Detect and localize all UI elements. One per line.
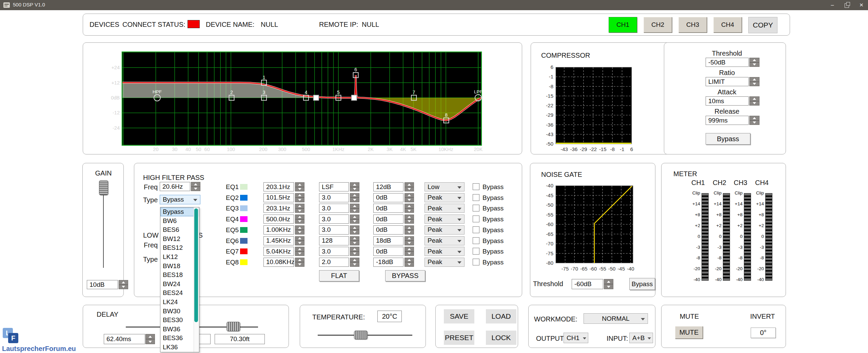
eq-qfact-field[interactable]: 3.0 xyxy=(319,225,349,235)
eq-qfact-stepper[interactable] xyxy=(350,204,359,213)
dropdown-option-bes24[interactable]: BES24 xyxy=(160,289,199,298)
load-button[interactable]: LOAD xyxy=(486,309,516,323)
eq-handle-filled[interactable] xyxy=(351,95,357,100)
dropdown-option-lk24[interactable]: LK24 xyxy=(160,298,199,307)
lock-button[interactable]: LOCK xyxy=(486,331,516,345)
eq-type-combobox[interactable]: Peak xyxy=(425,236,465,245)
eq-freq-field[interactable]: 101.5Hz xyxy=(263,193,294,202)
gain-slider-track[interactable] xyxy=(103,183,104,268)
dropdown-option-bw12[interactable]: BW12 xyxy=(160,235,199,244)
eq-freq-field[interactable]: 203.1Hz xyxy=(263,204,294,213)
eq-gain-field[interactable]: 0dB xyxy=(373,204,403,213)
eq-freq-stepper[interactable] xyxy=(295,193,304,202)
delay-ms-stepper[interactable] xyxy=(145,334,155,344)
eq-response-plot[interactable]: 12345678HPFLPF+24+120dB-12-2420304050601… xyxy=(83,43,521,154)
eq-handle-filled[interactable] xyxy=(313,95,319,100)
eq-gain-stepper[interactable] xyxy=(405,236,414,245)
eq-bypass-checkbox[interactable] xyxy=(473,226,479,233)
eq-qfact-stepper[interactable] xyxy=(350,215,359,224)
eq-qfact-field[interactable]: LSF xyxy=(319,182,349,191)
dropdown-option-bes12[interactable]: BES12 xyxy=(160,243,199,253)
eq-gain-field[interactable]: 0dB xyxy=(373,225,403,235)
ratio-stepper[interactable] xyxy=(749,77,760,86)
dropdown-option-bes36[interactable]: BES36 xyxy=(160,334,199,343)
delay-ft-field[interactable]: 70.30ft xyxy=(215,334,265,344)
eq-type-combobox[interactable]: Peak xyxy=(425,215,465,224)
eq-qfact-field[interactable]: 2.0 xyxy=(319,258,349,267)
dropdown-option-bes6[interactable]: BES6 xyxy=(160,225,199,235)
eq-freq-stepper[interactable] xyxy=(295,225,304,235)
dropdown-scrollbar-thumb[interactable] xyxy=(194,208,198,322)
eq-bypass-checkbox[interactable] xyxy=(473,183,479,190)
eq-qfact-field[interactable]: 3.0 xyxy=(319,247,349,256)
eq-freq-field[interactable]: 5.04KHz xyxy=(263,247,294,256)
invert-value-button[interactable]: 0° xyxy=(751,328,776,338)
eq-qfact-stepper[interactable] xyxy=(350,236,359,245)
eq-qfact-stepper[interactable] xyxy=(350,193,359,202)
eq-bypass-checkbox[interactable] xyxy=(473,205,479,211)
hpf-freq-field[interactable]: 20.6Hz xyxy=(160,182,190,191)
eq-gain-stepper[interactable] xyxy=(405,258,414,267)
eq-gain-stepper[interactable] xyxy=(405,225,414,235)
eq-gain-field[interactable]: 0dB xyxy=(373,193,403,202)
eq-type-combobox[interactable]: Peak xyxy=(425,204,465,213)
eq-qfact-stepper[interactable] xyxy=(350,258,359,267)
eq-flat-button[interactable]: FLAT xyxy=(319,270,359,281)
attack-stepper[interactable] xyxy=(749,96,760,106)
compressor-bypass-button[interactable]: Bypass xyxy=(706,133,750,145)
eq-freq-stepper[interactable] xyxy=(295,204,304,213)
minimize-button[interactable]: – xyxy=(826,0,839,10)
eq-type-combobox[interactable]: Peak xyxy=(425,193,465,202)
output-combobox[interactable]: CH1 xyxy=(564,333,588,343)
delay-ms-field[interactable]: 62.40ms xyxy=(104,334,145,344)
maximize-button[interactable] xyxy=(841,0,853,10)
dropdown-option-bes18[interactable]: BES18 xyxy=(160,271,199,280)
copy-button[interactable]: COPY xyxy=(748,17,777,33)
gate-threshold-field[interactable]: -60dB xyxy=(572,279,603,289)
eq-freq-stepper[interactable] xyxy=(295,236,304,245)
release-field[interactable]: 999ms xyxy=(706,116,749,125)
channel-button-ch1[interactable]: CH1 xyxy=(609,17,637,33)
delay-slider-knob[interactable] xyxy=(226,322,240,331)
eq-gain-field[interactable]: -18dB xyxy=(373,258,403,267)
eq-bypass-checkbox[interactable] xyxy=(473,259,479,265)
eq-gain-field[interactable]: 18dB xyxy=(373,236,403,245)
eq-gain-stepper[interactable] xyxy=(405,182,414,191)
dropdown-option-lk12[interactable]: LK12 xyxy=(160,253,199,262)
eq-type-combobox[interactable]: Peak xyxy=(425,225,465,235)
eq-qfact-field[interactable]: 3.0 xyxy=(319,193,349,202)
eq-freq-field[interactable]: 203.1Hz xyxy=(263,182,294,191)
eq-bypass-checkbox[interactable] xyxy=(473,248,479,255)
dropdown-option-bw18[interactable]: BW18 xyxy=(160,262,199,271)
hpf-type-combobox[interactable]: Bypass xyxy=(160,195,200,204)
eq-freq-stepper[interactable] xyxy=(295,182,304,191)
eq-gain-stepper[interactable] xyxy=(405,215,414,224)
eq-bypass-checkbox[interactable] xyxy=(473,216,479,222)
dropdown-option-bw30[interactable]: BW30 xyxy=(160,307,199,316)
eq-qfact-field[interactable]: 128 xyxy=(319,236,349,245)
dropdown-option-bypass[interactable]: Bypass xyxy=(160,207,199,217)
eq-qfact-field[interactable]: 3.0 xyxy=(319,204,349,213)
release-stepper[interactable] xyxy=(749,116,760,125)
eq-qfact-stepper[interactable] xyxy=(350,182,359,191)
dropdown-option-bw24[interactable]: BW24 xyxy=(160,280,199,289)
eq-gain-field[interactable]: 12dB xyxy=(373,182,403,191)
channel-button-ch3[interactable]: CH3 xyxy=(678,17,707,33)
channel-button-ch4[interactable]: CH4 xyxy=(713,17,742,33)
eq-gain-stepper[interactable] xyxy=(405,193,414,202)
close-button[interactable]: ✕ xyxy=(855,0,868,10)
eq-type-combobox[interactable]: Low xyxy=(425,182,465,191)
eq-freq-field[interactable]: 1.00KHz xyxy=(263,225,294,235)
gain-value-field[interactable]: 10dB xyxy=(87,280,118,289)
eq-gain-stepper[interactable] xyxy=(405,247,414,256)
eq-freq-field[interactable]: 500.0Hz xyxy=(263,215,294,224)
gate-bypass-button[interactable]: Bypass xyxy=(629,278,655,290)
channel-button-ch2[interactable]: CH2 xyxy=(644,17,672,33)
dropdown-option-bw36[interactable]: BW36 xyxy=(160,325,199,334)
dropdown-option-lk36[interactable]: LK36 xyxy=(160,343,199,352)
dropdown-scrollbar-track[interactable] xyxy=(194,207,199,352)
eq-type-combobox[interactable]: Peak xyxy=(425,247,465,256)
compressor-threshold-stepper[interactable] xyxy=(749,58,760,67)
eq-qfact-field[interactable]: 3.0 xyxy=(319,215,349,224)
eq-freq-stepper[interactable] xyxy=(295,258,304,267)
